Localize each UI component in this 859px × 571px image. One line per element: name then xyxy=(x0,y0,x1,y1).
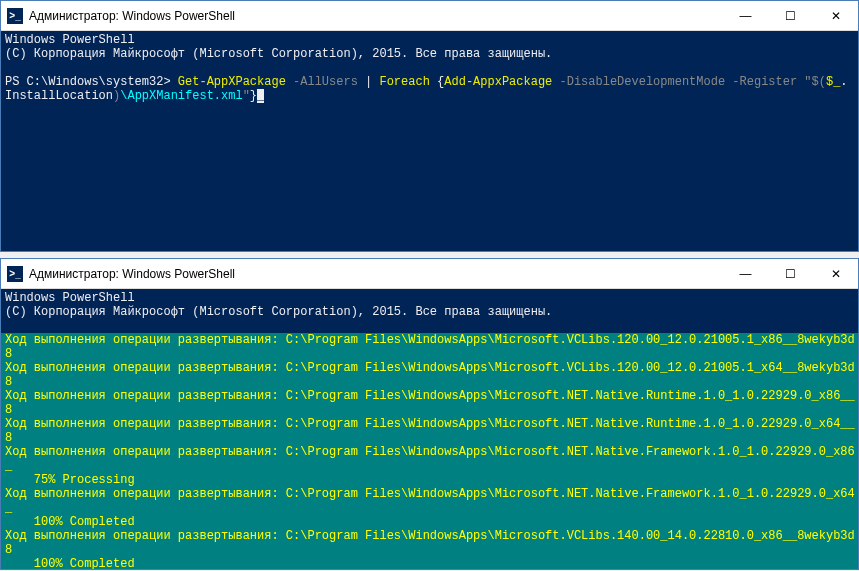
progress-line: Ход выполнения операции развертывания: C… xyxy=(1,417,858,445)
cmdlet: Add-AppxPackage xyxy=(444,75,559,89)
progress-status: 100% Completed xyxy=(1,515,858,529)
progress-line: Ход выполнения операции развертывания: C… xyxy=(1,529,858,557)
progress-status: 75% Processing xyxy=(1,473,858,487)
progress-line: Ход выполнения операции развертывания: C… xyxy=(1,333,858,361)
brace: } xyxy=(250,89,257,103)
prompt: PS C:\Windows\system32> xyxy=(5,75,178,89)
header-line: Windows PowerShell xyxy=(5,33,135,47)
terminal-content-2[interactable]: Windows PowerShell (C) Корпорация Майкро… xyxy=(1,289,858,569)
window-controls-1: — ☐ ✕ xyxy=(723,1,858,31)
minimize-button[interactable]: — xyxy=(723,259,768,289)
close-button[interactable]: ✕ xyxy=(813,259,858,289)
powershell-window-1: >_ Администратор: Windows PowerShell — ☐… xyxy=(0,0,859,252)
titlebar-1[interactable]: >_ Администратор: Windows PowerShell — ☐… xyxy=(1,1,858,31)
titlebar-2[interactable]: >_ Администратор: Windows PowerShell — ☐… xyxy=(1,259,858,289)
terminal-content-1[interactable]: Windows PowerShell (C) Корпорация Майкро… xyxy=(1,31,858,251)
flag: -AllUsers xyxy=(293,75,365,89)
flag: -DisableDevelopmentMode -Register xyxy=(560,75,805,89)
string: "$( xyxy=(804,75,826,89)
progress-line: Ход выполнения операции развертывания: C… xyxy=(1,445,858,473)
window-title-2: Администратор: Windows PowerShell xyxy=(29,267,723,281)
window-controls-2: — ☐ ✕ xyxy=(723,259,858,289)
header-line: Windows PowerShell xyxy=(5,291,135,305)
powershell-icon: >_ xyxy=(7,266,23,282)
powershell-window-2: >_ Администратор: Windows PowerShell — ☐… xyxy=(0,258,859,570)
progress-status: 100% Completed xyxy=(1,557,858,569)
progress-line: Ход выполнения операции развертывания: C… xyxy=(1,361,858,389)
window-title-1: Администратор: Windows PowerShell xyxy=(29,9,723,23)
variable: $_ xyxy=(826,75,840,89)
minimize-button[interactable]: — xyxy=(723,1,768,31)
string: " xyxy=(243,89,250,103)
copyright-line: (C) Корпорация Майкрософт (Microsoft Cor… xyxy=(5,47,552,61)
cursor: _ xyxy=(257,89,264,103)
cmdlet: Get-AppXPackage xyxy=(178,75,293,89)
maximize-button[interactable]: ☐ xyxy=(768,259,813,289)
pipe: | xyxy=(365,75,379,89)
path: \AppXManifest.xml xyxy=(120,89,242,103)
progress-line: Ход выполнения операции развертывания: C… xyxy=(1,487,858,515)
copyright-line: (C) Корпорация Майкрософт (Microsoft Cor… xyxy=(5,305,552,319)
close-button[interactable]: ✕ xyxy=(813,1,858,31)
powershell-icon: >_ xyxy=(7,8,23,24)
cmdlet: Foreach xyxy=(379,75,437,89)
progress-line: Ход выполнения операции развертывания: C… xyxy=(1,389,858,417)
maximize-button[interactable]: ☐ xyxy=(768,1,813,31)
